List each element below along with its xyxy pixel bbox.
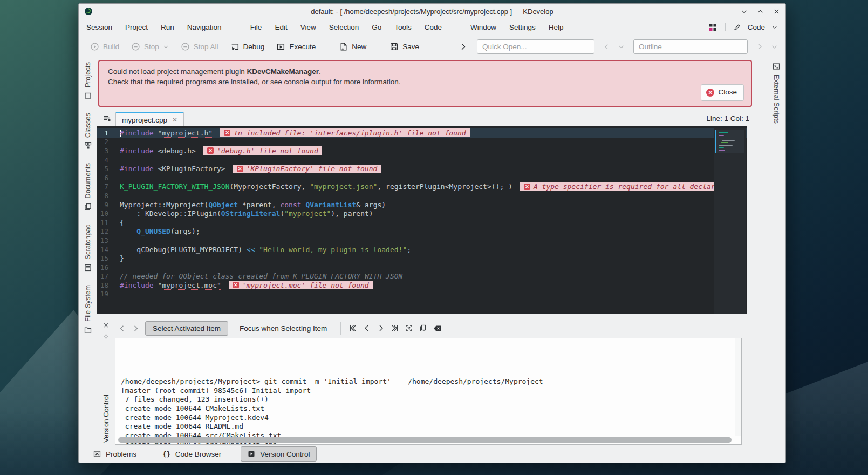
nav-back-icon[interactable] xyxy=(603,43,610,50)
inline-error-badge: ✕A type specifier is required for all de… xyxy=(520,182,723,191)
code-text: qCDebug(PLUGIN_MYPROJECT) << "Hello worl… xyxy=(112,246,411,254)
line-number: 2 xyxy=(98,138,112,146)
button-label: Stop xyxy=(144,43,159,51)
debug-icon xyxy=(230,42,240,51)
chevron-down-icon[interactable] xyxy=(618,43,625,50)
execute-button[interactable]: Execute xyxy=(271,39,320,55)
menu-session[interactable]: Session xyxy=(86,23,112,31)
tab-myproject-cpp[interactable]: myproject.cpp ✕ xyxy=(115,112,184,126)
statusbar-code-browser[interactable]: {}Code Browser xyxy=(156,447,228,462)
panel-float-icon[interactable] xyxy=(103,334,109,340)
stop-all-button[interactable]: Stop All xyxy=(176,39,223,55)
statusbar-problems[interactable]: Problems xyxy=(86,446,143,462)
menu-edit[interactable]: Edit xyxy=(275,23,287,31)
menu-help[interactable]: Help xyxy=(549,23,564,31)
error-message: In included file: 'interfaces/iplugin.h'… xyxy=(234,129,466,137)
zoom-fit-icon[interactable] xyxy=(405,324,413,332)
banner-close-button[interactable]: ✕ Close xyxy=(701,84,744,101)
panel-toolbar: Select Activated Item Focus when Selecti… xyxy=(113,318,742,338)
tab-close-icon[interactable]: ✕ xyxy=(172,116,177,124)
minimap-line xyxy=(719,132,728,133)
menu-window[interactable]: Window xyxy=(470,23,496,31)
menu-project[interactable]: Project xyxy=(125,23,148,31)
line-number: 7 xyxy=(98,182,112,191)
dock-tab-label: Classes xyxy=(84,113,92,138)
select-activated-item-toggle[interactable]: Select Activated Item xyxy=(145,321,228,336)
code-line-6: 6 xyxy=(97,173,747,182)
line-number: 4 xyxy=(98,156,112,164)
code-editor[interactable]: 1#include "myproject.h"✕In included file… xyxy=(97,126,747,314)
go-previous-icon[interactable] xyxy=(363,324,371,332)
line-number: 3 xyxy=(98,147,112,155)
quick-open-input[interactable] xyxy=(477,39,594,54)
menu-code[interactable]: Code xyxy=(425,23,442,31)
menu-file[interactable]: File xyxy=(250,23,262,31)
panel-close-icon[interactable] xyxy=(102,322,110,329)
code-line-7: 7K_PLUGIN_FACTORY_WITH_JSON(MyprojectFac… xyxy=(97,182,747,192)
toolbar-overflow-icon[interactable] xyxy=(459,43,467,51)
outline-input[interactable] xyxy=(633,39,748,54)
menu-go[interactable]: Go xyxy=(372,23,381,31)
menu-run[interactable]: Run xyxy=(161,23,174,31)
code-line-5: 5#include <KPluginFactory>✕'KPluginFacto… xyxy=(97,164,747,173)
copy-icon[interactable] xyxy=(419,324,427,332)
clear-output-icon[interactable] xyxy=(433,324,442,333)
dock-tab-label: Projects xyxy=(84,62,92,87)
code-text: } xyxy=(112,254,124,262)
go-next-icon[interactable] xyxy=(377,324,385,332)
dock-tab-documents[interactable]: Documents xyxy=(84,163,92,211)
problems-icon xyxy=(93,450,101,458)
code-text: K_PLUGIN_FACTORY_WITH_JSON(MyprojectFact… xyxy=(112,182,512,191)
error-icon: ✕ xyxy=(524,184,530,190)
save-button[interactable]: Save xyxy=(385,39,424,55)
inline-error-badge: ✕In included file: 'interfaces/iplugin.h… xyxy=(220,128,469,137)
output-line: [master (root-commit) 98545c6] Initial i… xyxy=(121,386,734,396)
menu-tools[interactable]: Tools xyxy=(394,23,412,31)
menu-view[interactable]: View xyxy=(300,23,316,31)
dock-tab-projects[interactable]: Projects xyxy=(84,62,92,100)
go-first-icon[interactable] xyxy=(348,324,357,332)
error-icon: ✕ xyxy=(237,166,243,172)
nav-forward-icon[interactable] xyxy=(756,43,763,50)
vertical-scrollbar[interactable] xyxy=(735,338,741,436)
statusbar-version-control[interactable]: Version Control xyxy=(241,446,316,462)
go-last-icon[interactable] xyxy=(391,324,399,332)
history-next-icon[interactable] xyxy=(132,324,140,332)
code-line-2: 2 xyxy=(97,138,747,147)
statusbar-label: Problems xyxy=(106,450,136,458)
dock-tab-external-scripts[interactable]: External Scripts xyxy=(772,62,781,124)
focus-when-selecting-toggle[interactable]: Focus when Selecting Item xyxy=(234,322,333,335)
close-button[interactable] xyxy=(773,8,780,15)
area-grid-icon[interactable] xyxy=(708,23,717,32)
statusbar: Problems{}Code BrowserVersion Control xyxy=(79,445,785,463)
menubar: SessionProjectRunNavigationFileEditViewS… xyxy=(79,19,785,35)
chevron-down-icon[interactable] xyxy=(771,43,778,50)
dock-tab-file-system[interactable]: File System xyxy=(84,285,92,334)
dock-tab-scratchpad[interactable]: Scratchpad xyxy=(84,224,92,272)
vcs-output-area[interactable]: /home/deepesh/projects/Myproject> git co… xyxy=(115,338,742,445)
line-number: 8 xyxy=(98,192,112,200)
line-number: 9 xyxy=(98,201,112,209)
document-list-icon[interactable] xyxy=(102,114,111,123)
history-prev-icon[interactable] xyxy=(118,324,126,332)
code-line-9: 9Myproject::Myproject(QObject *parent, c… xyxy=(97,200,747,209)
dock-tab-classes[interactable]: Classes xyxy=(84,113,92,150)
stop-button[interactable]: Stop xyxy=(126,39,174,55)
minimap-viewport[interactable] xyxy=(715,130,744,153)
line-number: 12 xyxy=(98,227,112,235)
menu-settings[interactable]: Settings xyxy=(509,23,536,31)
titlebar[interactable]: default: - [ /home/deepesh/projects/Mypr… xyxy=(79,4,785,19)
banner-message-line1: Could not load project management plugin… xyxy=(108,67,742,77)
minimize-button[interactable] xyxy=(740,8,748,15)
maximize-button[interactable] xyxy=(756,8,764,15)
main-toolbar: BuildStopStop AllDebugExecuteNewSave xyxy=(79,35,785,58)
minimap-scrollbar[interactable] xyxy=(714,128,746,314)
new-button[interactable]: New xyxy=(334,39,371,55)
menu-navigation[interactable]: Navigation xyxy=(187,23,222,31)
build-button[interactable]: Build xyxy=(85,39,124,55)
debug-button[interactable]: Debug xyxy=(225,39,270,55)
chevron-down-icon[interactable] xyxy=(771,24,778,30)
area-switcher-label[interactable]: Code xyxy=(748,23,765,31)
horizontal-scrollbar[interactable] xyxy=(118,437,732,443)
menu-selection[interactable]: Selection xyxy=(329,23,359,31)
